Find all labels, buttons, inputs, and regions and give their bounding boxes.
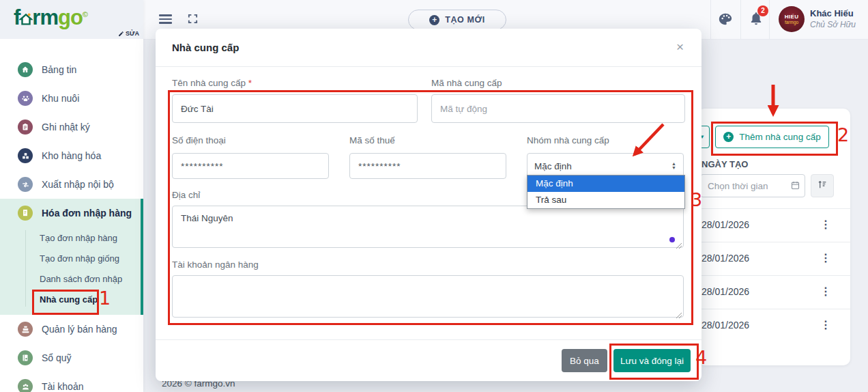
sidebar-item-accounts[interactable]: Tài khoản bbox=[0, 372, 143, 392]
sidebar-item-label: Tài khoản bbox=[42, 381, 83, 392]
row-kebab-menu-icon[interactable]: ⋮ bbox=[820, 251, 831, 264]
date-filter-input[interactable] bbox=[700, 174, 805, 197]
avatar-text-bottom: farmgo bbox=[785, 20, 798, 25]
home-icon bbox=[18, 62, 33, 77]
sidebar-item-warehouse[interactable]: Kho hàng hóa bbox=[0, 141, 143, 170]
sidebar-subitem-create-purchase-order[interactable]: Tạo đơn nhập hàng bbox=[0, 227, 141, 248]
sidebar-item-dashboard[interactable]: Bảng tin bbox=[0, 55, 143, 84]
skip-button[interactable]: Bỏ qua bbox=[562, 349, 607, 372]
sidebar-subitem-suppliers[interactable]: Nhà cung cấp bbox=[0, 289, 141, 309]
ledger-book-icon bbox=[18, 350, 33, 365]
sidebar-subitem-order-list[interactable]: Danh sách đơn nhập bbox=[0, 268, 141, 289]
address-textarea[interactable]: Thái Nguyên bbox=[172, 206, 684, 248]
supplier-list-card: ▼ + Thêm nhà cung cấp NGÀY TẠO 28/01/202… bbox=[697, 109, 850, 365]
sidebar-item-label: Xuất nhập nội bộ bbox=[42, 179, 114, 190]
row-kebab-menu-icon[interactable]: ⋮ bbox=[820, 218, 831, 231]
clipboard-icon bbox=[18, 120, 33, 135]
tax-code-input[interactable] bbox=[349, 153, 506, 179]
plus-icon: + bbox=[429, 15, 439, 25]
sidebar-item-label: Hóa đơn nhập hàng bbox=[42, 208, 132, 219]
close-icon[interactable]: × bbox=[676, 40, 684, 55]
sort-button[interactable] bbox=[811, 174, 834, 197]
select-updown-icon: ▲▼ bbox=[671, 162, 676, 170]
sidebar: frmgo© SỬA Bảng tin Khu nuôi Ghi nhật ký bbox=[0, 0, 143, 392]
phone-label: Số điện thoại bbox=[172, 135, 226, 145]
logo-area: frmgo© SỬA bbox=[0, 0, 143, 39]
sidebar-subitem-create-breed-order[interactable]: Tạo đơn nhập giống bbox=[0, 248, 141, 268]
dropdown-option-default[interactable]: Mặc định bbox=[527, 176, 684, 192]
address-label: Địa chỉ bbox=[172, 190, 200, 200]
sidebar-menu: Bảng tin Khu nuôi Ghi nhật ký Kho hàng h… bbox=[0, 39, 143, 392]
bank-account-textarea[interactable] bbox=[172, 275, 684, 318]
table-row[interactable]: 28/01/2026 ⋮ bbox=[697, 208, 850, 242]
sidebar-item-journal[interactable]: Ghi nhật ký bbox=[0, 113, 143, 141]
create-new-label: TẠO MỚI bbox=[445, 15, 485, 25]
sidebar-item-purchase-invoices[interactable]: Hóa đơn nhập hàng bbox=[0, 199, 141, 227]
sidebar-group-purchase-invoices: Hóa đơn nhập hàng Tạo đơn nhập hàng Tạo … bbox=[0, 199, 143, 315]
dropdown-option-pay-later[interactable]: Trả sau bbox=[527, 192, 684, 208]
created-date-cell: 28/01/2026 bbox=[701, 320, 749, 331]
user-avatar[interactable]: HIẾU farmgo bbox=[779, 6, 805, 32]
modal-title: Nhà cung cấp bbox=[172, 29, 239, 66]
theme-palette-icon[interactable] bbox=[718, 12, 733, 29]
save-and-close-button[interactable]: Lưu và đóng lại bbox=[613, 349, 691, 372]
sidebar-item-sales-management[interactable]: Quản lý bán hàng bbox=[0, 315, 143, 344]
submenu-guide-line bbox=[25, 230, 26, 307]
invoice-icon bbox=[18, 206, 33, 221]
swap-arrows-icon bbox=[18, 177, 33, 192]
sidebar-item-internal-transfer[interactable]: Xuất nhập nội bộ bbox=[0, 170, 143, 199]
app-root: ▼ + Thêm nhà cung cấp NGÀY TẠO 28/01/202… bbox=[0, 0, 868, 392]
created-date-cell: 28/01/2026 bbox=[701, 286, 749, 297]
topbar-divider bbox=[710, 0, 711, 39]
sidebar-item-label: Khu nuôi bbox=[42, 93, 79, 104]
user-role: Chủ Sở Hữu bbox=[810, 20, 856, 29]
phone-input[interactable] bbox=[172, 153, 329, 179]
plus-circle-icon: + bbox=[723, 132, 734, 142]
column-header-created-date: NGÀY TẠO bbox=[701, 159, 748, 169]
bank-account-label: Tài khoản ngân hàng bbox=[172, 260, 259, 270]
paw-icon bbox=[18, 91, 33, 106]
cash-register-icon bbox=[18, 322, 33, 337]
supplier-modal: Nhà cung cấp × Tên nhà cung cấp * Mã nhà… bbox=[156, 29, 701, 381]
selected-group-value: Mặc định bbox=[534, 161, 572, 171]
sidebar-item-label: Kho hàng hóa bbox=[42, 150, 101, 161]
edit-farm-link[interactable]: SỬA bbox=[118, 30, 139, 37]
notification-count-badge[interactable]: 2 bbox=[757, 5, 768, 16]
supplier-group-label: Nhóm nhà cung cấp bbox=[527, 135, 609, 145]
supplier-table: 28/01/2026 ⋮ 28/01/2026 ⋮ 28/01/2026 ⋮ 2… bbox=[697, 208, 850, 342]
row-kebab-menu-icon[interactable]: ⋮ bbox=[820, 318, 831, 331]
required-asterisk: * bbox=[248, 78, 252, 88]
edit-farm-label: SỬA bbox=[126, 30, 139, 37]
create-new-button[interactable]: + TẠO MỚI bbox=[408, 10, 506, 30]
sidebar-item-label: Quản lý bán hàng bbox=[42, 324, 117, 335]
table-row[interactable]: 28/01/2026 ⋮ bbox=[697, 275, 850, 309]
farmgo-logo[interactable]: frmgo© bbox=[14, 5, 88, 30]
logo-house-icon bbox=[19, 12, 33, 26]
sidebar-item-cash-book[interactable]: Sổ quỹ bbox=[0, 344, 143, 372]
pencil-icon bbox=[118, 31, 124, 37]
topbar-divider bbox=[740, 0, 741, 39]
hamburger-menu-icon[interactable] bbox=[159, 14, 172, 24]
sidebar-item-livestock-areas[interactable]: Khu nuôi bbox=[0, 84, 143, 113]
table-row[interactable]: 28/01/2026 ⋮ bbox=[697, 309, 850, 342]
row-kebab-menu-icon[interactable]: ⋮ bbox=[820, 285, 831, 298]
sidebar-item-label: Ghi nhật ký bbox=[42, 122, 90, 132]
add-supplier-button[interactable]: + Thêm nhà cung cấp bbox=[715, 126, 829, 148]
supplier-group-dropdown: Mặc định Trả sau bbox=[527, 175, 685, 209]
sort-icon bbox=[817, 179, 828, 193]
topbar-divider bbox=[769, 0, 770, 39]
tax-code-label: Mã số thuế bbox=[349, 135, 395, 145]
warehouse-boxes-icon bbox=[18, 148, 33, 163]
sidebar-item-label: Sổ quỹ bbox=[42, 352, 72, 363]
supplier-code-input[interactable] bbox=[431, 94, 685, 123]
table-row[interactable]: 28/01/2026 ⋮ bbox=[697, 242, 850, 275]
sidebar-item-label: Bảng tin bbox=[42, 64, 76, 75]
supplier-name-input[interactable] bbox=[172, 94, 418, 123]
modal-footer: Bỏ qua Lưu và đóng lại bbox=[156, 339, 701, 382]
avatar-text-top: HIẾU bbox=[785, 14, 799, 20]
fullscreen-icon[interactable] bbox=[187, 13, 199, 27]
users-icon bbox=[18, 379, 33, 392]
created-date-cell: 28/01/2026 bbox=[701, 253, 749, 264]
supplier-code-label: Mã nhà cung cấp bbox=[431, 78, 502, 88]
modal-header: Nhà cung cấp × bbox=[156, 29, 701, 67]
